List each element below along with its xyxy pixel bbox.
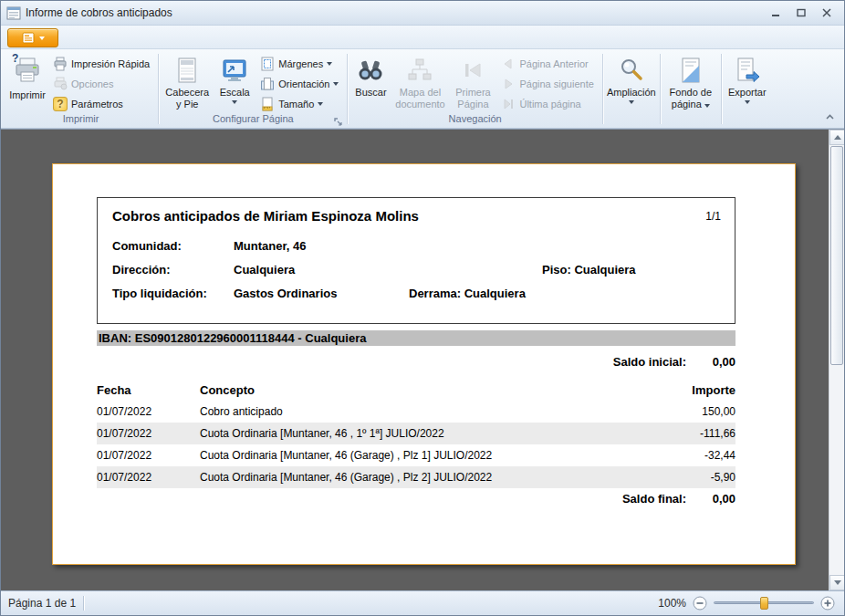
pagina-siguiente-label: Página siguiente [519,78,593,89]
fondo-de-pagina-button[interactable]: Fondo de página [663,52,718,112]
collapse-ribbon-button[interactable] [823,110,837,122]
group-label-navegacion: Navegación [350,112,599,126]
ribbon-group-exportar: Exportar [723,51,772,128]
ribbon-group-navegacion: Buscar Mapa del documento [349,51,600,128]
iban-band: IBAN: ES0901280122960001118444 - Cualqui… [97,330,735,346]
saldo-final-value: 0,00 [686,492,735,506]
dialog-launcher-icon [333,117,344,128]
group-label-imprimir: Imprimir [6,112,155,126]
page-indicator: 1/1 [705,208,721,223]
maximize-icon [797,8,806,17]
cell-importe: -111,66 [662,423,735,444]
cell-importe: -32,44 [662,444,735,466]
zoom-slider-thumb[interactable] [760,597,768,610]
zoom-level: 100% [658,597,686,610]
zoom-slider[interactable] [714,596,814,611]
zoom-out-button[interactable] [693,596,707,611]
group-label-exportar [725,112,770,115]
page-status: Página 1 de 1 [8,597,76,610]
question-mark-overlay: ? [12,52,18,65]
minimize-icon [771,8,780,17]
pagina-anterior-button: Página Anterior [497,54,599,73]
ribbon-group-configurar-pagina: Cabecera y Pie Escala [160,51,346,128]
chevron-down-icon [745,100,750,104]
zoom-in-button[interactable] [820,596,835,611]
field-direccion: Dirección: Cualquiera Piso: Cualquiera [112,263,721,277]
app-window: Informe de cobros anticipados [0,0,845,616]
tamano-button[interactable]: Tamaño [256,94,344,113]
margenes-button[interactable]: Márgenes [256,54,344,73]
application-menu-button[interactable] [7,28,58,47]
cell-fecha: 01/07/2022 [97,444,200,466]
margins-icon [260,57,275,71]
buscar-button[interactable]: Buscar [350,52,391,100]
exportar-button[interactable]: Exportar [725,52,770,106]
movements-table: Fecha Concepto Importe 01/07/2022 Cobro … [97,381,735,488]
cell-fecha: 01/07/2022 [97,466,200,488]
piso-value: Piso: Cualquiera [542,263,636,277]
search-icon [356,56,385,85]
page-setup-dialog-launcher[interactable] [333,115,344,126]
vertical-scrollbar[interactable] [829,130,844,590]
cell-concepto: Cobro anticipado [200,401,662,423]
header-fecha: Fecha [97,381,200,401]
zoom-out-icon [693,596,707,611]
pagina-siguiente-button: Página siguiente [497,74,599,93]
previous-page-icon [501,57,516,71]
header-footer-icon [172,56,202,85]
group-label-fondo-de-pagina [663,112,718,115]
imprimir-button[interactable]: ? Imprimir [6,52,48,103]
table-row: 01/07/2022 Cobro anticipado 150,00 [97,401,735,423]
ribbon-group-imprimir: ? Imprimir Impresión Rápida [5,51,157,128]
ampliacion-button[interactable]: Ampliación [606,52,657,106]
chevron-down-icon [629,100,634,104]
chevron-down-icon [232,100,237,104]
parametros-button[interactable]: ? Parámetros [49,94,155,113]
comunidad-value: Muntaner, 46 [234,239,306,253]
header-concepto: Concepto [200,381,662,401]
ultima-pagina-button: Última página [497,94,599,113]
tipo-label: Tipo liquidación: [112,287,234,300]
minimize-button[interactable] [767,5,784,20]
group-separator [721,54,722,124]
report-header-box: Cobros anticipados de Miriam Espinoza Mo… [97,197,735,324]
group-separator [602,54,603,124]
pagina-anterior-label: Página Anterior [519,58,588,69]
group-separator [347,54,348,124]
saldo-inicial-row: Saldo inicial: 0,00 [97,355,735,369]
group-separator [158,54,159,124]
ribbon-group-ampliacion: Ampliación [604,51,659,128]
margenes-label: Márgenes [278,58,323,69]
impresion-rapida-button[interactable]: Impresión Rápida [49,54,155,73]
orientacion-label: Orientación [278,78,329,89]
maximize-button[interactable] [793,5,809,20]
preview-area[interactable]: Cobros anticipados de Miriam Espinoza Mo… [1,129,844,590]
orientacion-button[interactable]: Orientación [256,74,344,93]
zoom-controls: 100% [658,596,835,611]
ultima-pagina-label: Última página [519,99,580,110]
zoom-icon [617,56,646,85]
scroll-down-button[interactable] [829,575,844,590]
cabecera-y-pie-button[interactable]: Cabecera y Pie [162,52,213,112]
close-button[interactable] [819,5,835,20]
mapa-del-documento-button: Mapa del documento [391,52,448,112]
last-page-icon [501,97,516,111]
scroll-down-icon [834,580,841,585]
report-menu-icon [22,32,35,44]
saldo-inicial-label: Saldo inicial: [613,355,686,369]
scroll-up-button[interactable] [829,130,844,145]
escala-button[interactable]: Escala [214,52,256,106]
comunidad-label: Comunidad: [112,239,234,253]
saldo-inicial-value: 0,00 [686,355,735,369]
fondo-de-pagina-label: Fondo de página [666,87,715,110]
chevron-down-icon [327,62,332,66]
table-row: 01/07/2022 Cuota Ordinaria [Muntaner, 46… [97,466,735,488]
scrollbar-thumb[interactable] [830,146,843,365]
chevron-up-icon [823,111,837,123]
ribbon-tab-row [1,26,844,49]
orientation-icon [260,77,275,91]
report-content: Cobros anticipados de Miriam Espinoza Mo… [97,197,735,506]
titlebar[interactable]: Informe de cobros anticipados [1,1,844,26]
zoom-in-icon [820,596,835,611]
page-size-icon [260,97,275,111]
